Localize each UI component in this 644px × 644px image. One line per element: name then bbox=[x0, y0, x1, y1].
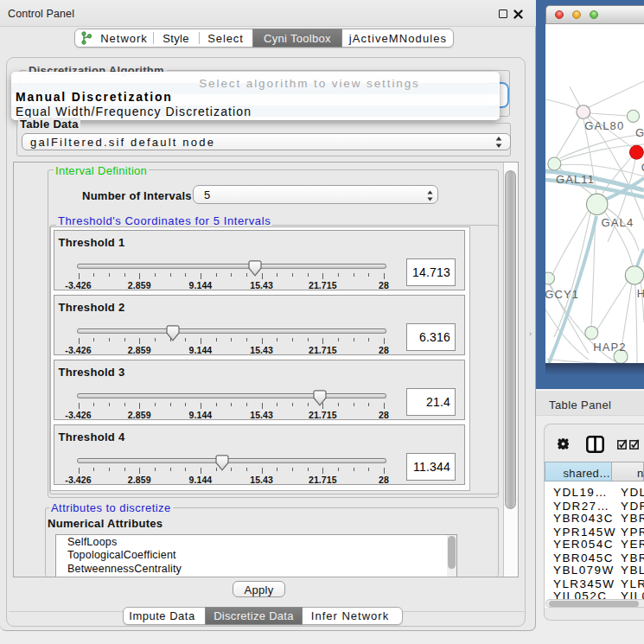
svg-text:HAP2: HAP2 bbox=[593, 341, 626, 354]
svg-text:GA: GA bbox=[635, 126, 644, 139]
svg-text:GAL4: GAL4 bbox=[602, 216, 634, 229]
svg-text:GAL80: GAL80 bbox=[584, 119, 624, 132]
svg-text:GCY1: GCY1 bbox=[545, 288, 579, 301]
svg-text:GAL11: GAL11 bbox=[556, 173, 595, 186]
svg-text:H: H bbox=[637, 287, 644, 300]
